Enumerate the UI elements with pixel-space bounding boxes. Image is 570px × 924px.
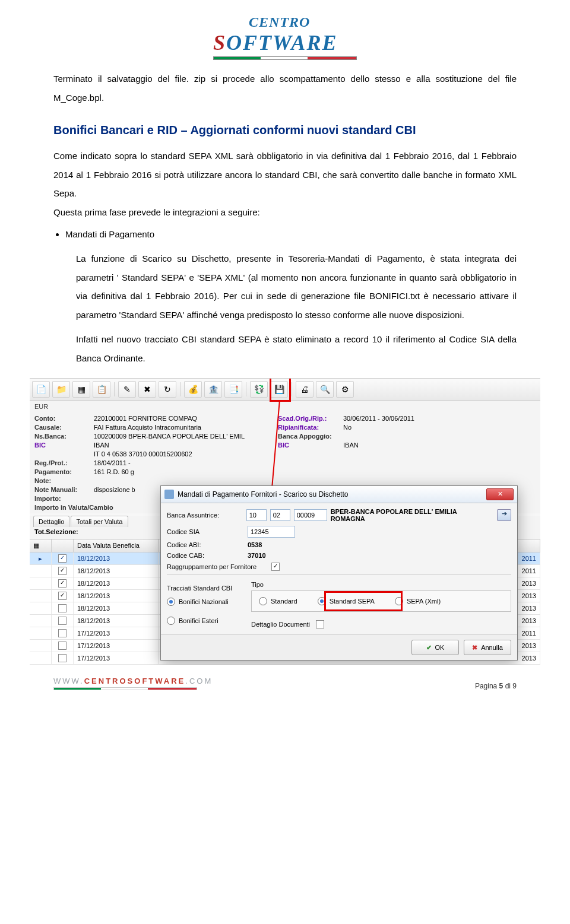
radio-icon — [167, 617, 175, 625]
dialog-titlebar: Mandati di Pagamento Fornitori - Scarico… — [161, 486, 517, 503]
doc-icon[interactable]: 📑 — [224, 381, 242, 398]
tab-totali[interactable]: Totali per Valuta — [71, 516, 128, 527]
lbl-nsbanca: Ns.Banca: — [34, 433, 94, 440]
close-icon[interactable]: ✕ — [486, 488, 514, 500]
input-banca-1[interactable] — [246, 509, 267, 521]
val-regprot: 18/04/2011 - — [94, 459, 278, 466]
spacer — [343, 450, 462, 458]
val-scadorig: 30/06/2011 - 30/06/2011 — [343, 415, 462, 422]
footer-url-domain: CENTROSOFTWARE — [84, 677, 186, 685]
radio-standard-sepa[interactable]: Standard SEPA — [318, 597, 375, 605]
lbl-bic2: BIC — [278, 442, 343, 449]
cancel-button[interactable]: ✖ Annulla — [464, 640, 511, 655]
lbl-notemanuali: Note Manuali: — [34, 486, 94, 493]
dialog-title-icon — [164, 490, 174, 499]
grid-head-date[interactable]: Data Valuta Beneficia — [74, 539, 159, 552]
lbl-bic: BIC — [34, 442, 94, 449]
lbl-iban2: IBAN — [343, 442, 462, 449]
tipo-groupbox: Standard Standard SEPA SEPA (Xml) — [251, 590, 511, 612]
dialog-scarico-dischetto: Mandati di Pagamento Fornitori - Scarico… — [160, 485, 518, 661]
footer-url-tld: .COM — [185, 677, 213, 685]
lbl-regprot: Reg./Prot.: — [34, 459, 94, 466]
lbl-codice-cab: Codice CAB: — [167, 552, 244, 559]
open-icon[interactable]: 📁 — [52, 381, 70, 398]
row-handle[interactable] — [30, 577, 52, 589]
val-codice-cab: 37010 — [248, 552, 266, 559]
checkbox-raggruppamento[interactable]: ✓ — [271, 563, 280, 571]
radio-sepa-xml[interactable]: SEPA (Xml) — [395, 597, 441, 605]
row-date: 17/12/2013 — [74, 627, 159, 639]
props-icon[interactable]: 📋 — [93, 381, 110, 398]
grid-icon[interactable]: ▦ — [72, 381, 90, 398]
section-heading: Bonifici Bancari e RID – Aggiornati conf… — [53, 123, 517, 137]
lbl-conto: Conto: — [34, 415, 94, 422]
lbl-iban: IBAN — [94, 442, 278, 449]
row-date: 18/12/2013 — [74, 590, 159, 602]
row-checkbox[interactable]: ✓ — [52, 565, 74, 577]
bank-icon[interactable]: 🏦 — [204, 381, 222, 398]
row-checkbox[interactable] — [52, 602, 74, 614]
ok-button[interactable]: ✔ OK — [411, 640, 459, 655]
new-icon[interactable]: 📄 — [32, 381, 50, 398]
footer-url-www: WWW. — [53, 677, 84, 685]
row-date: 18/12/2013 — [74, 615, 159, 627]
row-checkbox[interactable]: ✓ — [52, 553, 74, 564]
input-banca-3[interactable] — [294, 509, 327, 521]
row-date: 17/12/2013 — [74, 652, 159, 664]
row-checkbox[interactable]: ✓ — [52, 590, 74, 602]
row-handle[interactable] — [30, 590, 52, 602]
checkbox-dettaglio-doc[interactable] — [316, 620, 324, 628]
save-icon[interactable]: 💾 — [270, 381, 288, 398]
row-checkbox[interactable] — [52, 627, 74, 639]
row-checkbox[interactable] — [52, 652, 74, 664]
lbl-pagamento: Pagamento: — [34, 468, 94, 475]
settings-icon[interactable]: ⚙ — [336, 381, 354, 398]
cancel-icon: ✖ — [472, 644, 477, 652]
val-ripianificata: No — [343, 424, 462, 431]
lbl-scadorig: Scad.Orig./Rip.: — [278, 415, 343, 422]
row-handle[interactable] — [30, 640, 52, 652]
val-nsbanca: 100200009 BPER-BANCA POPOLARE DELL' EMIL — [94, 433, 278, 440]
preview-icon[interactable]: 🔍 — [316, 381, 334, 398]
spacer — [278, 450, 343, 458]
footer-flag-stripe — [53, 687, 197, 690]
spacer — [343, 459, 462, 466]
money-icon[interactable]: 💰 — [184, 381, 202, 398]
radio-bonifici-nazionali[interactable]: Bonifici Nazionali — [167, 598, 244, 606]
row-handle[interactable] — [30, 627, 52, 639]
dialog-title-text: Mandati di Pagamento Fornitori - Scarico… — [178, 490, 348, 498]
radio-standard[interactable]: Standard — [259, 597, 297, 605]
radio-icon — [395, 597, 403, 605]
export-icon[interactable]: 💱 — [250, 381, 268, 398]
input-codice-sia[interactable] — [248, 526, 295, 538]
input-banca-2[interactable] — [270, 509, 290, 521]
row-handle[interactable] — [30, 615, 52, 627]
val-causale: FAI Fattura Acquisto Intracomunitaria — [94, 424, 278, 431]
grid-head-sel[interactable]: ▦ — [30, 539, 52, 552]
edit-icon[interactable]: ✎ — [118, 381, 136, 398]
delete-icon[interactable]: ✖ — [138, 381, 156, 398]
banca-desc: BPER-BANCA POPOLARE DELL' EMILIA ROMAGNA — [331, 508, 490, 522]
lbl-note: Note: — [34, 477, 94, 484]
radio-icon — [259, 597, 267, 605]
go-icon[interactable]: ➔ — [497, 509, 511, 521]
row-date: 18/12/2013 — [74, 577, 159, 589]
row-handle[interactable] — [30, 652, 52, 664]
row-checkbox[interactable] — [52, 615, 74, 627]
row-handle[interactable] — [30, 602, 52, 614]
row-handle[interactable] — [30, 565, 52, 577]
app-screenshot: 📄 📁 ▦ 📋 ✎ ✖ ↻ 💰 🏦 📑 💱 💾 🖨 🔍 ⚙ EUR Conto: — [30, 378, 540, 665]
lbl-bancaapp: Banca Appoggio: — [278, 433, 343, 440]
print-icon[interactable]: 🖨 — [296, 381, 314, 398]
lbl-raggruppamento: Raggruppamento per Fornitore — [167, 563, 268, 570]
row-handle[interactable]: ▸ — [30, 553, 52, 564]
grid-head-chk[interactable] — [52, 539, 74, 552]
refresh-icon[interactable]: ↻ — [159, 381, 176, 398]
toolbar-separator — [180, 382, 180, 396]
val-pagamento: 161 R.D. 60 g — [94, 468, 278, 475]
row-checkbox[interactable]: ✓ — [52, 577, 74, 589]
row-checkbox[interactable] — [52, 640, 74, 652]
radio-bonifici-esteri[interactable]: Bonifici Esteri — [167, 617, 244, 625]
currency-label: EUR — [30, 401, 540, 412]
tab-dettaglio[interactable]: Dettaglio — [33, 516, 69, 527]
